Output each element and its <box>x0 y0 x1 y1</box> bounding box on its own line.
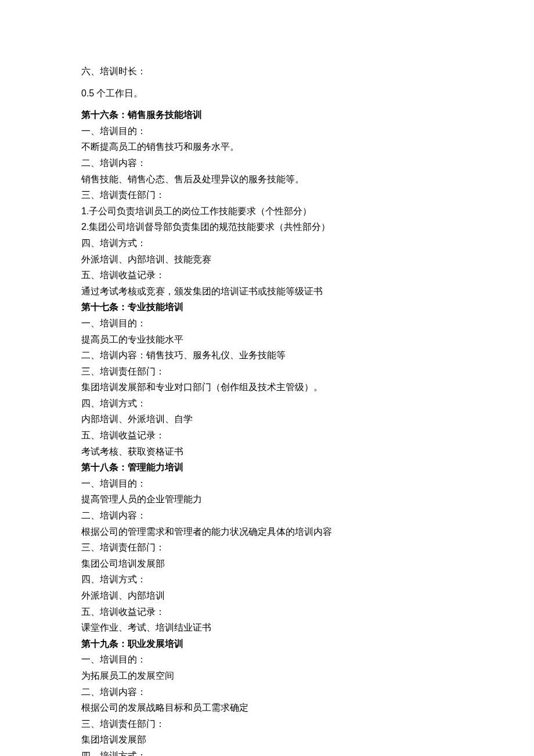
intro-duration-text: 个工作日。 <box>94 88 143 98</box>
article19-p1b: 为拓展员工的发展空间 <box>81 668 453 683</box>
article16-p3b-num: 1. <box>81 206 89 216</box>
article16-p2: 二、培训内容： <box>81 156 453 171</box>
article16-p2b: 销售技能、销售心态、售后及处理异议的服务技能等。 <box>81 172 453 187</box>
article19-p2: 二、培训内容： <box>81 685 453 700</box>
article17-p5: 五、培训收益记录： <box>81 428 453 443</box>
article18-p4: 四、培训方式： <box>81 572 453 587</box>
article18-p3: 三、培训责任部门： <box>81 540 453 555</box>
intro-line2: 0.5 个工作日。 <box>81 86 453 101</box>
article16-p4b: 外派培训、内部培训、技能竞赛 <box>81 252 453 267</box>
article16-p3b-text: 子公司负责培训员工的岗位工作技能要求（个性部分） <box>89 206 312 216</box>
article17-title: 第十七条：专业技能培训 <box>81 300 453 315</box>
intro-duration-num: 0.5 <box>81 88 94 98</box>
article18-p5b: 课堂作业、考试、培训结业证书 <box>81 620 453 635</box>
article16-p3c-num: 2. <box>81 222 89 232</box>
article17-p2: 二、培训内容：销售技巧、服务礼仪、业务技能等 <box>81 348 453 363</box>
article16-p3c: 2.集团公司培训督导部负责集团的规范技能要求（共性部分） <box>81 219 453 235</box>
article16-p3b: 1.子公司负责培训员工的岗位工作技能要求（个性部分） <box>81 204 453 219</box>
article16-p3c-text: 集团公司培训督导部负责集团的规范技能要求（共性部分） <box>89 222 330 232</box>
article19-p1: 一、培训目的： <box>81 652 453 667</box>
article18-p2b: 根据公司的管理需求和管理者的能力状况确定具体的培训内容 <box>81 524 453 539</box>
article17-p3: 三、培训责任部门： <box>81 364 453 379</box>
article16-p1: 一、培训目的： <box>81 124 453 139</box>
article16-p5: 五、培训收益记录： <box>81 268 453 283</box>
article18-p1b: 提高管理人员的企业管理能力 <box>81 492 453 507</box>
article18-p5: 五、培训收益记录： <box>81 604 453 620</box>
article19-p3: 三、培训责任部门： <box>81 717 453 732</box>
article17-p4: 四、培训方式： <box>81 396 453 411</box>
article17-p4b: 内部培训、外派培训、自学 <box>81 412 453 427</box>
article19-title: 第十九条：职业发展培训 <box>81 636 453 651</box>
article19-p2b: 根据公司的发展战略目标和员工需求确定 <box>81 700 453 715</box>
article17-p3b: 集团培训发展部和专业对口部门（创作组及技术主管级）。 <box>81 380 453 395</box>
intro-line1: 六、培训时长： <box>81 64 453 79</box>
article16-p4: 四、培训方式： <box>81 236 453 251</box>
article17-p1b: 提高员工的专业技能水平 <box>81 332 453 347</box>
article16-p1b: 不断提高员工的销售技巧和服务水平。 <box>81 139 453 154</box>
article18-p2: 二、培训内容： <box>81 508 453 523</box>
article18-title: 第十八条：管理能力培训 <box>81 460 453 475</box>
article18-p1: 一、培训目的： <box>81 476 453 491</box>
article18-p3b: 集团公司培训发展部 <box>81 556 453 571</box>
article19-p3b: 集团培训发展部 <box>81 732 453 747</box>
article16-p5b: 通过考试考核或竞赛，颁发集团的培训证书或技能等级证书 <box>81 284 453 299</box>
article17-p1: 一、培训目的： <box>81 316 453 331</box>
article16-title: 第十六条：销售服务技能培训 <box>81 107 453 123</box>
article18-p4b: 外派培训、内部培训 <box>81 588 453 603</box>
article19-p4: 四、培训方式： <box>81 748 453 756</box>
article17-p5b: 考试考核、获取资格证书 <box>81 444 453 459</box>
article16-p3: 三、培训责任部门： <box>81 188 453 203</box>
